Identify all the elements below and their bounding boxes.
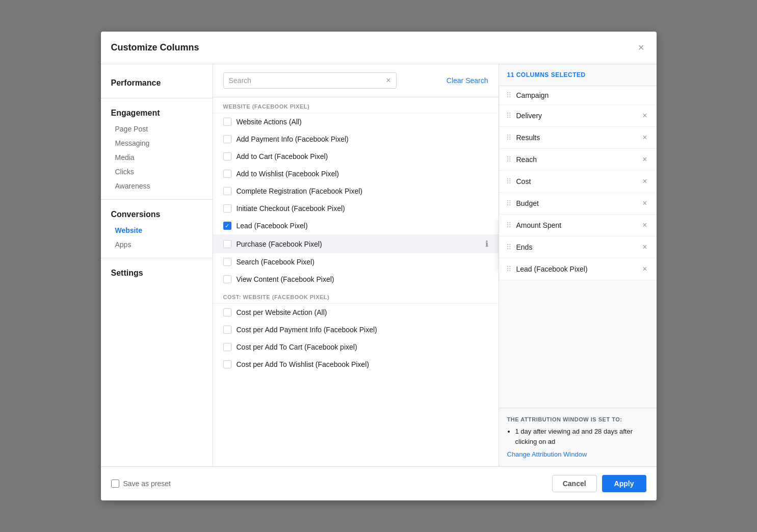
list-item[interactable]: ✓ Lead (Facebook Pixel) xyxy=(213,217,499,234)
sidebar-section-conversions[interactable]: Conversions xyxy=(101,206,213,223)
checkbox-purchase[interactable] xyxy=(223,240,231,248)
list-item[interactable]: Initiate Checkout (Facebook Pixel) xyxy=(213,200,499,217)
remove-button[interactable]: × xyxy=(640,154,649,165)
column-label: Cost per Add To Wishlist (Facebook Pixel… xyxy=(237,360,369,368)
column-label: Add to Wishlist (Facebook Pixel) xyxy=(237,170,340,178)
remove-button[interactable]: × xyxy=(640,198,649,209)
checkbox-cost-add-cart[interactable] xyxy=(223,343,231,351)
list-item[interactable]: Complete Registration (Facebook Pixel) xyxy=(213,182,499,200)
customize-columns-dialog: Customize Columns × Performance Engageme… xyxy=(101,32,657,500)
checkbox-add-payment[interactable] xyxy=(223,135,231,143)
search-bar: × Clear Search xyxy=(213,64,499,97)
list-item[interactable]: Search (Facebook Pixel) xyxy=(213,253,499,271)
close-button[interactable]: × xyxy=(636,40,646,56)
drag-handle-icon[interactable]: ⠿ xyxy=(506,221,511,229)
selected-item-label: Budget xyxy=(516,199,641,207)
checkbox-view-content[interactable] xyxy=(223,275,231,283)
apply-button[interactable]: Apply xyxy=(602,475,646,492)
search-clear-icon[interactable]: × xyxy=(386,76,390,85)
dialog-footer: Save as preset Cancel Apply xyxy=(101,466,657,500)
selected-item-label: Amount Spent xyxy=(516,221,641,229)
column-label: Cost per Add To Cart (Facebook pixel) xyxy=(237,343,357,351)
change-attribution-link[interactable]: Change Attribution Window xyxy=(507,450,648,458)
website-pixel-section-header: WEBSITE (FACEBOOK PIXEL) xyxy=(213,97,499,113)
sidebar-section-settings[interactable]: Settings xyxy=(101,264,213,282)
column-label: Cost per Add Payment Info (Facebook Pixe… xyxy=(237,326,377,334)
drag-handle-icon[interactable]: ⠿ xyxy=(506,177,511,185)
sidebar-section-performance[interactable]: Performance xyxy=(101,74,213,92)
checkbox-complete-registration[interactable] xyxy=(223,187,231,195)
sidebar-item-media[interactable]: Media xyxy=(101,150,213,165)
selected-item-reach: ⠿ Reach × xyxy=(499,149,657,171)
checkbox-cost-add-payment[interactable] xyxy=(223,326,231,334)
list-item[interactable]: Cost per Add To Wishlist (Facebook Pixel… xyxy=(213,356,499,373)
checkbox-initiate-checkout[interactable] xyxy=(223,204,231,212)
list-item[interactable]: Cost per Website Action (All) xyxy=(213,304,499,321)
drag-handle-icon[interactable]: ⠿ xyxy=(506,112,511,120)
selected-list: ⠿ Campaign ⠿ Delivery × ⠿ Results × ⠿ xyxy=(499,86,657,408)
dialog-title: Customize Columns xyxy=(111,42,199,53)
remove-button[interactable]: × xyxy=(640,263,649,275)
cancel-button[interactable]: Cancel xyxy=(552,475,597,492)
sidebar-item-website[interactable]: Website xyxy=(101,223,213,237)
list-item[interactable]: Add to Wishlist (Facebook Pixel) xyxy=(213,165,499,182)
middle-content: × Clear Search WEBSITE (FACEBOOK PIXEL) … xyxy=(213,64,499,466)
list-item[interactable]: Add to Cart (Facebook Pixel) xyxy=(213,148,499,165)
footer-buttons: Cancel Apply xyxy=(552,475,646,492)
checkbox-lead[interactable]: ✓ xyxy=(223,222,231,230)
selected-item-amount-spent: ⠿ Amount Spent × xyxy=(499,215,657,236)
selected-item-label: Cost xyxy=(516,177,641,185)
columns-selected-label: 11 COLUMNS SELECTED xyxy=(507,71,648,78)
sidebar-item-apps[interactable]: Apps xyxy=(101,237,213,252)
selected-item-lead: ⠿ Lead (Facebook Pixel) × xyxy=(499,258,657,280)
selected-item-cost: ⠿ Cost × xyxy=(499,171,657,193)
sidebar-section-engagement[interactable]: Engagement xyxy=(101,104,213,122)
remove-button[interactable]: × xyxy=(640,176,649,187)
sidebar-item-clicks[interactable]: Clicks xyxy=(101,165,213,179)
save-preset-label[interactable]: Save as preset xyxy=(123,480,171,488)
sidebar-item-awareness[interactable]: Awareness xyxy=(101,179,213,193)
right-panel: 11 COLUMNS SELECTED ⠿ Campaign ⠿ Deliver… xyxy=(499,64,657,466)
list-item[interactable]: Website Actions (All) xyxy=(213,113,499,130)
columns-list: WEBSITE (FACEBOOK PIXEL) Website Actions… xyxy=(213,97,499,466)
search-input-wrap: × xyxy=(223,72,397,89)
info-icon[interactable]: ℹ xyxy=(485,239,488,249)
remove-button[interactable]: × xyxy=(640,110,649,121)
attribution-point: 1 day after viewing ad and 28 days after… xyxy=(515,427,648,446)
selected-item-label: Results xyxy=(516,134,641,142)
checkbox-search[interactable] xyxy=(223,258,231,266)
drag-handle-icon[interactable]: ⠿ xyxy=(506,91,511,99)
column-label: Initiate Checkout (Facebook Pixel) xyxy=(237,204,345,212)
column-label: Purchase (Facebook Pixel) xyxy=(237,240,322,248)
drag-handle-icon[interactable]: ⠿ xyxy=(506,155,511,164)
drag-handle-icon[interactable]: ⠿ xyxy=(506,265,511,273)
column-label: View Content (Facebook Pixel) xyxy=(237,275,334,283)
search-input[interactable] xyxy=(229,76,384,85)
column-label: Lead (Facebook Pixel) xyxy=(237,222,308,230)
drag-handle-icon[interactable]: ⠿ xyxy=(506,134,511,142)
list-item[interactable]: Add Payment Info (Facebook Pixel) xyxy=(213,130,499,148)
list-item-purchase[interactable]: Purchase (Facebook Pixel) ℹ DEFINITION T… xyxy=(213,234,499,253)
sidebar-item-page-post[interactable]: Page Post xyxy=(101,122,213,136)
column-label: Add Payment Info (Facebook Pixel) xyxy=(237,135,349,143)
sidebar: Performance Engagement Page Post Messagi… xyxy=(101,64,213,466)
drag-handle-icon[interactable]: ⠿ xyxy=(506,199,511,207)
remove-button[interactable]: × xyxy=(640,220,649,231)
drag-handle-icon[interactable]: ⠿ xyxy=(506,243,511,251)
checkbox-add-wishlist[interactable] xyxy=(223,170,231,178)
save-preset-checkbox[interactable] xyxy=(111,480,119,488)
checkbox-cost-website-action[interactable] xyxy=(223,308,231,316)
remove-button[interactable]: × xyxy=(640,242,649,253)
checkbox-website-actions[interactable] xyxy=(223,118,231,126)
column-label: Add to Cart (Facebook Pixel) xyxy=(237,152,328,161)
list-item[interactable]: View Content (Facebook Pixel) xyxy=(213,271,499,288)
selected-item-label: Reach xyxy=(516,155,641,164)
sidebar-item-messaging[interactable]: Messaging xyxy=(101,136,213,150)
checkbox-cost-add-wishlist[interactable] xyxy=(223,360,231,368)
list-item[interactable]: Cost per Add To Cart (Facebook pixel) xyxy=(213,338,499,356)
checkbox-add-cart[interactable] xyxy=(223,152,231,161)
remove-button[interactable]: × xyxy=(640,132,649,143)
clear-search-button[interactable]: Clear Search xyxy=(447,76,488,85)
list-item[interactable]: Cost per Add Payment Info (Facebook Pixe… xyxy=(213,321,499,338)
cost-website-pixel-section-header: COST: WEBSITE (FACEBOOK PIXEL) xyxy=(213,288,499,304)
